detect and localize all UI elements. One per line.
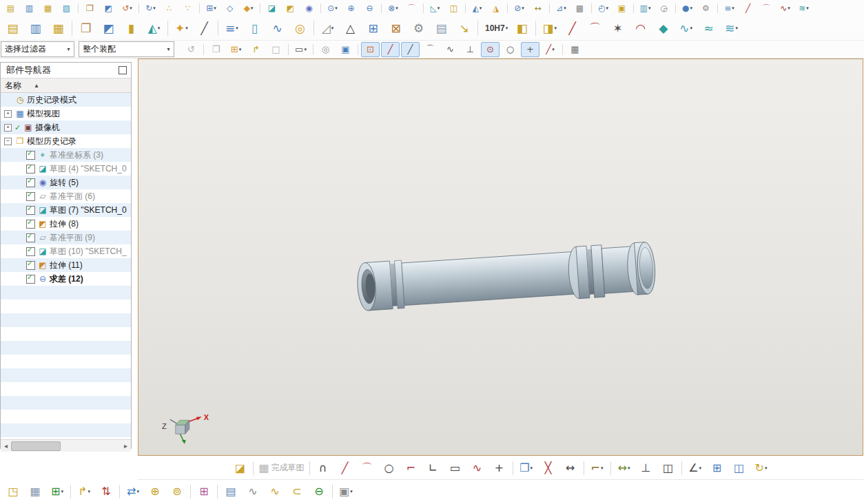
profile-button[interactable]: ∩ <box>313 459 333 478</box>
quick-trim-button[interactable]: ╳ <box>538 459 559 478</box>
pattern-feature-dropdown-caret[interactable]: ▾ <box>185 25 188 31</box>
assembly-constraints-button[interactable]: ⇄▾ <box>123 482 143 501</box>
component-family-button[interactable]: ⊞ <box>194 482 214 501</box>
save-as-button[interactable]: ▧ <box>58 1 75 15</box>
snapshot-button[interactable]: ◶ <box>655 1 672 15</box>
rapid-dimension-dropdown-caret[interactable]: ▾ <box>628 465 630 471</box>
triangle-mesh-button[interactable]: △ <box>340 19 361 39</box>
product-outline-dropdown-caret[interactable]: ▾ <box>350 489 353 494</box>
product-outline-button[interactable]: ▣▾ <box>336 482 356 501</box>
pattern-component-button[interactable]: ⊚ <box>167 482 187 501</box>
pattern-grid-dropdown-caret[interactable]: ▾ <box>214 6 216 11</box>
undo-dropdown-caret[interactable]: ▾ <box>130 6 132 11</box>
layer-settings-button[interactable]: ▩ <box>571 1 588 15</box>
layer-sheet-1-button[interactable]: ▤ <box>2 19 23 39</box>
hole-button[interactable]: ⊙▾ <box>324 1 341 15</box>
snap-point-on-curve-dropdown-caret[interactable]: ▾ <box>552 47 555 52</box>
tree-item-history-mode[interactable]: ◷历史记录模式 <box>1 93 131 107</box>
group-add-button[interactable]: ⊞▾ <box>227 42 245 57</box>
snap-arc-center-button[interactable]: ⊙ <box>481 42 500 57</box>
make-corner-button[interactable]: ⌐▾ <box>587 459 608 478</box>
fillet-button[interactable]: ⌐ <box>401 459 422 478</box>
journal-button[interactable]: ❐ <box>75 19 96 39</box>
geometric-constraints-button[interactable]: ⊥ <box>636 459 657 478</box>
delete-face-button[interactable]: ╱ <box>194 19 215 39</box>
constraint-angle-button[interactable]: ∠▾ <box>685 459 706 478</box>
visibility-checkbox[interactable]: ✓ <box>26 192 35 201</box>
pattern-grid-button[interactable]: ⊞▾ <box>203 1 220 15</box>
analysis-dropdown-caret[interactable]: ▾ <box>564 6 566 11</box>
datum-plane-button[interactable]: ◇ <box>221 1 238 15</box>
marquee-select-button[interactable]: ▭▾ <box>291 42 310 57</box>
new-parent-dropdown-caret[interactable]: ▾ <box>88 489 90 494</box>
open-button[interactable]: ▥ <box>21 1 38 15</box>
visibility-checkbox[interactable]: ✓ <box>26 178 35 187</box>
scroll-left-button[interactable]: ◂ <box>1 442 11 450</box>
cone-dropdown-caret[interactable]: ▾ <box>158 25 161 31</box>
swoop-surface-button[interactable]: ≋▾ <box>721 19 742 39</box>
coil-gold-button[interactable]: ∿ <box>265 482 285 501</box>
curve-spline-button[interactable]: ∿▾ <box>776 1 794 15</box>
offset-curve-dropdown-caret[interactable]: ▾ <box>530 465 533 471</box>
tolerance-button[interactable]: 10H7▾ <box>481 19 510 39</box>
split-body-button[interactable]: ⊘▾ <box>511 1 528 15</box>
cylinder-button[interactable]: ▮ <box>121 19 142 39</box>
group-add-dropdown-caret[interactable]: ▾ <box>239 47 242 52</box>
mirror-curve-button[interactable]: ◫ <box>729 459 750 478</box>
chevron-down-icon[interactable]: ▾ <box>163 42 174 56</box>
helix-dropdown-caret[interactable]: ▾ <box>690 25 693 31</box>
unite-button[interactable]: ⊕ <box>342 1 360 15</box>
visibility-checkbox[interactable]: ✓ <box>26 233 35 242</box>
move-component-button[interactable]: ⇅ <box>96 482 116 501</box>
swoop-surface-dropdown-caret[interactable]: ▾ <box>736 25 739 31</box>
layer-sheet-3-button[interactable]: ▦ <box>48 19 69 39</box>
render-style-dropdown-caret[interactable]: ▾ <box>690 6 692 11</box>
visibility-checkbox[interactable]: ✓ <box>26 151 35 160</box>
add-component-dropdown-caret[interactable]: ▾ <box>61 489 63 494</box>
tree-item-extrude-11[interactable]: ✓◩拉伸 (11) <box>1 258 131 272</box>
offset-curve-button[interactable]: ❐▾ <box>516 459 537 478</box>
graphics-window[interactable]: X Z <box>138 59 863 456</box>
tools-button[interactable]: ⚙ <box>697 1 714 15</box>
wave-link-button[interactable]: ⊖ <box>309 482 329 501</box>
snap-point-on-curve-button[interactable]: ╱▾ <box>541 42 559 57</box>
revolve-button[interactable]: ◉ <box>300 1 318 15</box>
save-button[interactable]: ▦ <box>39 1 56 15</box>
subtract-button[interactable]: ⊖ <box>361 1 378 15</box>
point-cloud-button[interactable]: ✶ <box>607 19 628 39</box>
coil-gray-button[interactable]: ∿ <box>243 482 263 501</box>
redo-dropdown-caret[interactable]: ▾ <box>153 6 156 11</box>
extrude-button[interactable]: ◩ <box>282 1 299 15</box>
tree-item-sketch-10[interactable]: ✓◪草图 (10) "SKETCH_ <box>1 244 131 258</box>
tree-item-model-history[interactable]: −❐模型历史记录 <box>1 134 131 148</box>
collapse-icon[interactable]: − <box>4 138 12 145</box>
scrollbar-thumb[interactable] <box>11 441 61 451</box>
render-style-button[interactable]: ●▾ <box>679 1 696 15</box>
tree-item-extrude-8[interactable]: ✓◩拉伸 (8) <box>1 217 131 231</box>
make-corner-dropdown-caret[interactable]: ▾ <box>601 465 604 471</box>
circle-button[interactable]: ○ <box>379 459 400 478</box>
curve-spline-dropdown-caret[interactable]: ▾ <box>788 6 790 11</box>
rib-dropdown-caret[interactable]: ▾ <box>331 25 334 31</box>
quick-extend-button[interactable]: ↔ <box>560 459 581 478</box>
trim-body-button[interactable]: ◮ <box>487 1 504 15</box>
synchronous-modeling-dropdown-caret[interactable]: ▾ <box>236 25 238 31</box>
draft-button[interactable]: ◭▾ <box>469 1 486 15</box>
scroll-right-button[interactable]: ▸ <box>121 442 131 450</box>
paste-button[interactable]: ◩ <box>100 1 117 15</box>
analysis-button[interactable]: ⊿▾ <box>553 1 570 15</box>
notes-sheet-button[interactable]: ▤ <box>431 19 452 39</box>
pattern-dots-2-button[interactable]: ∵ <box>179 1 196 15</box>
arc-button[interactable]: ⌒ <box>357 459 378 478</box>
visibility-checkbox[interactable]: ✓ <box>26 275 35 284</box>
tree-item-sketch-7[interactable]: ✓◪草图 (7) "SKETCH_0 <box>1 203 131 217</box>
cube-b-button[interactable]: ◨▾ <box>539 19 560 39</box>
selection-scope-combo[interactable]: 整个装配 ▾ <box>79 41 174 57</box>
snap-quadrant-button[interactable]: ○ <box>501 42 520 57</box>
horizontal-scrollbar[interactable]: ◂ ▸ <box>1 439 131 452</box>
tolerance-dropdown-caret[interactable]: ▾ <box>506 25 508 31</box>
pattern-dots-button[interactable]: ∴ <box>161 1 178 15</box>
tree-item-datum-plane-9[interactable]: ✓▱基准平面 (9) <box>1 231 131 244</box>
tube-button[interactable]: ▯ <box>244 19 265 39</box>
line-button[interactable]: ╱ <box>335 459 356 478</box>
